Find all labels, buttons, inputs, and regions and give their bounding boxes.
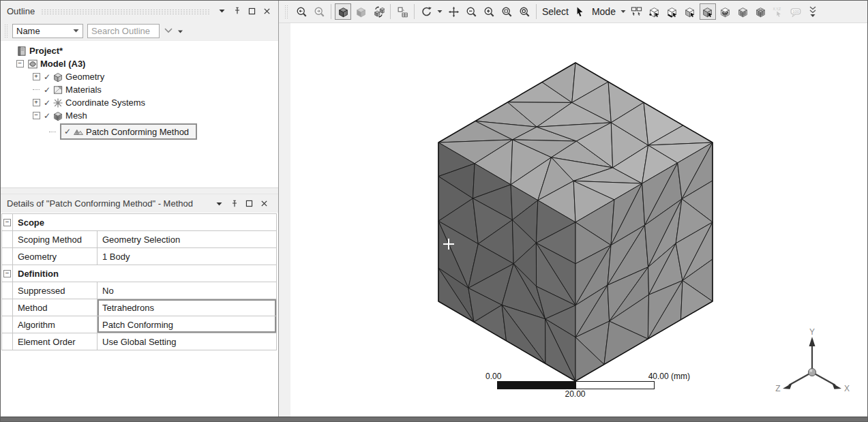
zoom-in-icon[interactable]	[481, 3, 497, 20]
details-row-margin	[2, 282, 13, 299]
details-label: Geometry	[13, 248, 98, 265]
maximize-icon[interactable]	[246, 5, 258, 17]
svg-text:X,Y,Z: X,Y,Z	[773, 7, 781, 10]
tree-item-label: Materials	[65, 85, 102, 95]
expander-plus-icon[interactable]: +	[31, 99, 42, 106]
toolbar-label-select[interactable]: Select	[542, 6, 569, 17]
expand-search-chevron-icon[interactable]	[164, 27, 173, 34]
mesh-face-filter-icon[interactable]	[735, 3, 751, 20]
expander-minus-icon[interactable]: −	[14, 60, 25, 67]
project-icon	[16, 46, 27, 57]
details-row-margin	[2, 248, 13, 265]
details-group-header: Definition	[13, 265, 277, 282]
panel-gap	[279, 23, 290, 417]
toolbar-drag-handle-icon[interactable]	[284, 5, 288, 18]
pin-icon[interactable]	[231, 5, 243, 17]
toolbar-overflow-icon[interactable]	[808, 1, 818, 22]
drag-handle-icon[interactable]	[4, 24, 8, 37]
vertex-filter-icon[interactable]	[646, 3, 663, 20]
probe-annotation-icon[interactable]: 100	[788, 3, 805, 20]
window-bottom-edge	[1, 417, 867, 421]
geometry-icon	[53, 72, 63, 82]
details-label: Element Order	[13, 333, 98, 350]
box-zoom-icon[interactable]	[498, 3, 515, 20]
group-expander-minus-icon[interactable]: −	[2, 265, 13, 282]
details-panel: Details of "Patch Conforming Method" - M…	[1, 194, 278, 350]
box-select-icon[interactable]	[629, 3, 645, 20]
tree-item-label: Patch Conforming Method	[86, 127, 189, 137]
tree-item-label: Coordinate Systems	[65, 97, 145, 108]
shaded-exterior-icon[interactable]	[353, 3, 369, 20]
scale-max-label: 40.00 (mm)	[648, 372, 690, 381]
details-label: Scoping Method	[13, 231, 98, 248]
zoom-out-icon[interactable]	[463, 3, 479, 20]
panel-menu-caret-icon[interactable]	[213, 198, 225, 209]
pin-icon[interactable]	[228, 198, 240, 209]
name-filter-dropdown[interactable]: Name	[12, 24, 83, 38]
mesh-element-filter-icon[interactable]	[753, 3, 769, 20]
orientation-triad[interactable]: Y X Z	[773, 329, 854, 404]
titlebar-texture	[41, 9, 210, 15]
dropdown-caret-icon[interactable]	[437, 10, 443, 14]
details-value-element-order[interactable]: Use Global Setting	[98, 333, 277, 350]
tree-item-coordinate-systems[interactable]: +✓Coordinate Systems	[1, 96, 278, 109]
shaded-exterior-edges-icon[interactable]	[335, 3, 351, 20]
model-viewport[interactable]: 0.00 40.00 (mm) 20.00 Y X Z	[290, 23, 867, 417]
checkmark-icon: ✓	[44, 112, 50, 120]
face-filter-icon[interactable]	[682, 3, 698, 20]
app-window: Outline Name Project*−Model (A3)+✓Geomet…	[0, 0, 868, 422]
search-outline-input[interactable]	[87, 24, 160, 38]
maximize-icon[interactable]	[243, 198, 255, 209]
tree-item-patch-conforming-method[interactable]: ✓Patch Conforming Method	[1, 122, 278, 141]
crosshair-cursor-icon	[442, 237, 455, 251]
expander-minus-icon[interactable]: −	[31, 112, 42, 119]
body-filter-icon[interactable]	[700, 3, 716, 20]
triad-x-arrow[interactable]	[833, 383, 842, 389]
dropdown-caret-icon[interactable]	[620, 10, 626, 14]
mesh-node-filter-icon[interactable]	[717, 3, 734, 20]
zoom-fit-icon[interactable]	[516, 3, 533, 20]
details-table: −ScopeScoping MethodGeometry SelectionGe…	[1, 213, 277, 350]
details-value-scoping-method[interactable]: Geometry Selection	[98, 231, 277, 248]
toolbar-options-caret-icon[interactable]	[177, 28, 183, 34]
tree-item-mesh[interactable]: −✓Mesh	[1, 109, 278, 122]
details-row-margin	[2, 299, 13, 316]
toolbar-separator	[390, 4, 391, 19]
tree-item-materials[interactable]: ✓Materials	[1, 83, 278, 96]
coordinate-systems-icon	[53, 97, 63, 108]
scale-bar: 0.00 40.00 (mm) 20.00	[485, 372, 690, 399]
outline-titlebar: Outline	[1, 1, 278, 21]
details-value-suppressed[interactable]: No	[98, 282, 277, 299]
close-icon[interactable]	[261, 5, 273, 17]
pan-icon[interactable]	[445, 3, 462, 20]
triad-z-label: Z	[775, 384, 780, 393]
panel-splitter[interactable]	[1, 187, 278, 194]
tree-item-model-a3[interactable]: −Model (A3)	[1, 57, 278, 70]
zoom-forward-icon[interactable]	[311, 3, 327, 20]
outline-tree: Project*−Model (A3)+✓Geometry✓Materials+…	[1, 41, 278, 187]
viewports-icon[interactable]	[394, 3, 410, 20]
checkmark-icon: ✓	[64, 127, 71, 136]
details-value-algorithm[interactable]: Patch Conforming	[98, 316, 277, 333]
toolbar-label-mode[interactable]: Mode	[592, 6, 616, 17]
tree-item-geometry[interactable]: +✓Geometry	[1, 70, 278, 83]
edge-filter-icon[interactable]	[664, 3, 680, 20]
rotate-icon[interactable]	[418, 3, 434, 20]
tree-item-project[interactable]: Project*	[1, 44, 278, 57]
xyz-pick-icon[interactable]: X,Y,Z	[770, 3, 787, 20]
details-value-method[interactable]: Tetrahedrons	[98, 299, 277, 316]
details-value-geometry[interactable]: 1 Body	[98, 248, 277, 265]
triad-z-arrow[interactable]	[783, 383, 792, 389]
outline-title: Outline	[7, 6, 35, 16]
cursor-icon[interactable]	[572, 3, 588, 20]
rotate-cubes-icon[interactable]	[370, 3, 387, 20]
group-expander-minus-icon[interactable]: −	[2, 214, 13, 231]
zoom-back-icon[interactable]	[293, 3, 310, 20]
triad-y-arrow[interactable]	[809, 337, 815, 346]
toolbar-separator	[331, 4, 331, 19]
close-icon[interactable]	[258, 198, 270, 209]
annotation-highlight-box: ✓Patch Conforming Method	[60, 123, 197, 140]
mesh-icon	[53, 110, 63, 121]
expander-plus-icon[interactable]: +	[31, 73, 42, 80]
panel-menu-caret-icon[interactable]	[216, 5, 228, 17]
